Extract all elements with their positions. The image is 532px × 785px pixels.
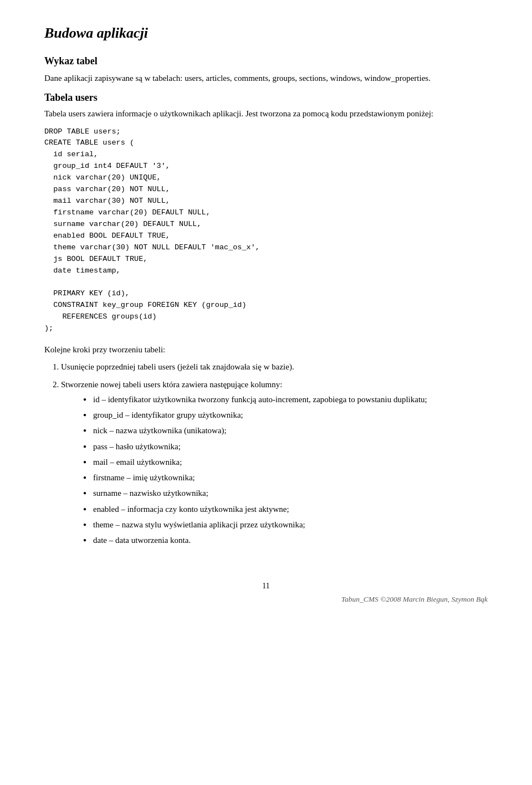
code-block: DROP TABLE users; CREATE TABLE users ( i… (44, 126, 488, 335)
bullet-item: mail – email użytkownika; (83, 456, 488, 469)
section2-paragraph: Tabela users zawiera informacje o użytko… (44, 107, 488, 120)
step-2: Stworzenie nowej tabeli users która zawi… (61, 378, 488, 547)
steps-list: Usunięcie poprzedniej tabeli users (jeże… (61, 361, 488, 547)
copyright: Tabun_CMS ©2008 Marcin Biegun, Szymon Bą… (44, 594, 488, 605)
bullet-item: date – data utworzenia konta. (83, 534, 488, 547)
columns-list: id – identyfikator użytkownika tworzony … (83, 393, 488, 547)
bullet-item: nick – nazwa użytkownika (unikatowa); (83, 424, 488, 437)
section1-paragraph: Dane aplikacji zapisywane są w tabelach:… (44, 72, 488, 85)
section3-intro: Kolejne kroki przy tworzeniu tabeli: (44, 343, 488, 356)
bullet-item: firstname – imię użytkownika; (83, 471, 488, 484)
bullet-item: enabled – informacja czy konto użytkowni… (83, 503, 488, 516)
bullet-item: surname – nazwisko użytkownika; (83, 487, 488, 500)
page-number: 11 (44, 580, 488, 592)
page-title: Budowa aplikacji (44, 22, 488, 44)
section2-heading: Tabela users (44, 90, 488, 105)
bullet-item: group_id – identyfikator grupy użytkowni… (83, 409, 488, 422)
bullet-item: id – identyfikator użytkownika tworzony … (83, 393, 488, 406)
step-1: Usunięcie poprzedniej tabeli users (jeże… (61, 361, 488, 373)
bullet-item: pass – hasło użytkownika; (83, 440, 488, 453)
bullet-item: theme – nazwa stylu wyświetlania aplikac… (83, 519, 488, 531)
section1-heading: Wykaz tabel (44, 54, 488, 69)
footer: 11 Tabun_CMS ©2008 Marcin Biegun, Szymon… (44, 580, 488, 605)
